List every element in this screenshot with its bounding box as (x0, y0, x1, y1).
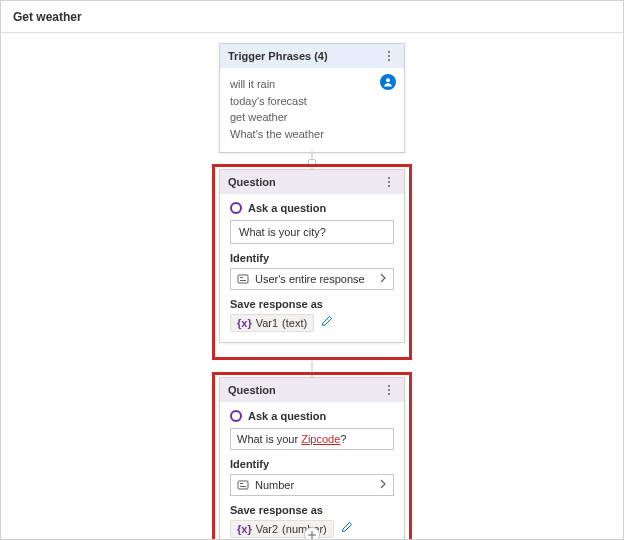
identify-select[interactable]: Number (230, 474, 394, 496)
trigger-node-title: Trigger Phrases (4) (228, 50, 328, 62)
variable-icon: {x} (237, 523, 252, 535)
variable-row: {x} Var1 (text) (230, 314, 394, 332)
identify-label: Identify (230, 458, 394, 470)
chevron-right-icon (379, 479, 387, 491)
page-title: Get weather (13, 10, 82, 24)
variable-chip[interactable]: {x} Var1 (text) (230, 314, 314, 332)
page-header: Get weather (1, 1, 623, 33)
question-node-body: Ask a question What is your Zipcode? Ide… (220, 402, 404, 539)
trigger-phrase: will it rain (230, 76, 394, 93)
svg-point-6 (388, 185, 390, 187)
svg-rect-9 (240, 280, 246, 281)
svg-point-0 (388, 51, 390, 53)
question-node-2[interactable]: Question Ask a question What is your Zip… (219, 377, 405, 539)
plus-icon (307, 530, 317, 539)
more-icon[interactable] (382, 49, 396, 63)
spellcheck-underline: Zipcode (301, 433, 340, 445)
svg-rect-14 (240, 483, 243, 484)
slot-icon (237, 479, 249, 491)
add-node-button[interactable] (304, 527, 320, 539)
authoring-canvas-frame: Get weather Trigger Phrases (4) will it … (0, 0, 624, 540)
question-node-title: Question (228, 176, 276, 188)
variable-name: Var1 (256, 317, 278, 329)
trigger-node-body: will it rain today's forecast get weathe… (220, 68, 404, 152)
authoring-canvas[interactable]: Trigger Phrases (4) will it rain today's… (1, 33, 623, 539)
trigger-phrase: What's the weather (230, 126, 394, 143)
question-prompt-field[interactable] (230, 220, 394, 244)
question-circle-icon (230, 202, 242, 214)
identify-value: Number (255, 479, 294, 491)
variable-type: (text) (282, 317, 307, 329)
question-node-body: Ask a question Identify User's entire re… (220, 194, 404, 342)
save-response-label: Save response as (230, 504, 394, 516)
question-node-title: Question (228, 384, 276, 396)
identify-value: User's entire response (255, 273, 365, 285)
trigger-node-header: Trigger Phrases (4) (220, 44, 404, 68)
question-prompt-field[interactable]: What is your Zipcode? (230, 428, 394, 450)
svg-point-3 (386, 78, 390, 82)
ask-question-row: Ask a question (230, 410, 394, 422)
question-prompt-input[interactable] (237, 225, 387, 239)
ask-question-label: Ask a question (248, 202, 326, 214)
svg-point-11 (388, 389, 390, 391)
identify-label: Identify (230, 252, 394, 264)
question-prompt-text: What is your Zipcode? (237, 433, 346, 445)
svg-point-10 (388, 385, 390, 387)
variable-icon: {x} (237, 317, 252, 329)
edit-icon[interactable] (341, 523, 353, 535)
more-icon[interactable] (382, 175, 396, 189)
edit-icon[interactable] (321, 317, 333, 329)
svg-rect-13 (238, 481, 248, 489)
question-node-1[interactable]: Question Ask a question Identify (219, 169, 405, 343)
trigger-phrase: today's forecast (230, 93, 394, 110)
question-node-header: Question (220, 378, 404, 402)
svg-rect-15 (240, 486, 246, 487)
variable-name: Var2 (256, 523, 278, 535)
chevron-right-icon (379, 273, 387, 285)
svg-point-12 (388, 393, 390, 395)
svg-point-2 (388, 59, 390, 61)
svg-point-5 (388, 181, 390, 183)
ask-question-row: Ask a question (230, 202, 394, 214)
trigger-phrase: get weather (230, 109, 394, 126)
save-response-label: Save response as (230, 298, 394, 310)
identify-select[interactable]: User's entire response (230, 268, 394, 290)
svg-rect-7 (238, 275, 248, 283)
question-circle-icon (230, 410, 242, 422)
slot-icon (237, 273, 249, 285)
question-node-header: Question (220, 170, 404, 194)
svg-rect-8 (240, 277, 243, 278)
trigger-phrases-list: will it rain today's forecast get weathe… (230, 76, 394, 142)
trigger-phrases-node[interactable]: Trigger Phrases (4) will it rain today's… (219, 43, 405, 153)
connector-line (312, 361, 313, 377)
connector-port (308, 159, 316, 167)
svg-point-4 (388, 177, 390, 179)
svg-point-1 (388, 55, 390, 57)
user-icon (380, 74, 396, 90)
ask-question-label: Ask a question (248, 410, 326, 422)
more-icon[interactable] (382, 383, 396, 397)
